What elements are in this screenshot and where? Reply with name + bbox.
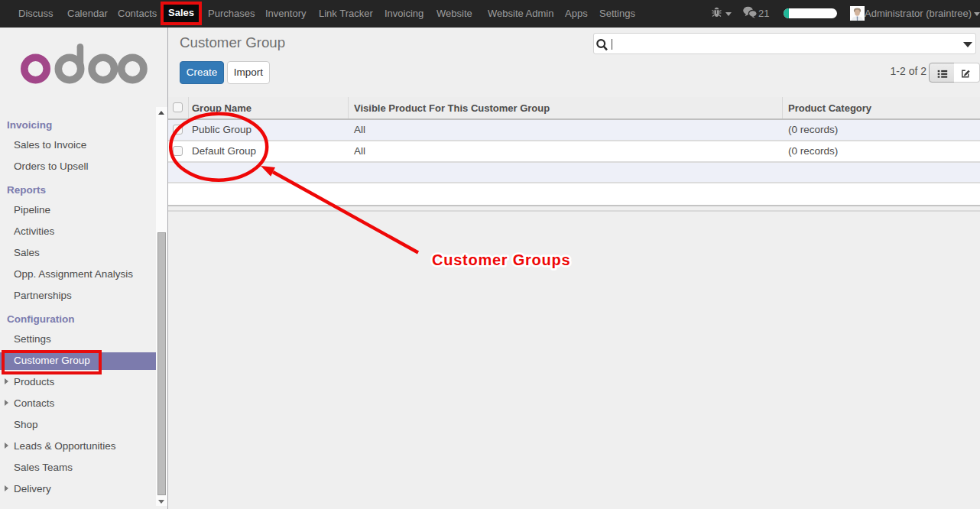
svg-text:Customer Groups: Customer Groups: [432, 251, 570, 268]
